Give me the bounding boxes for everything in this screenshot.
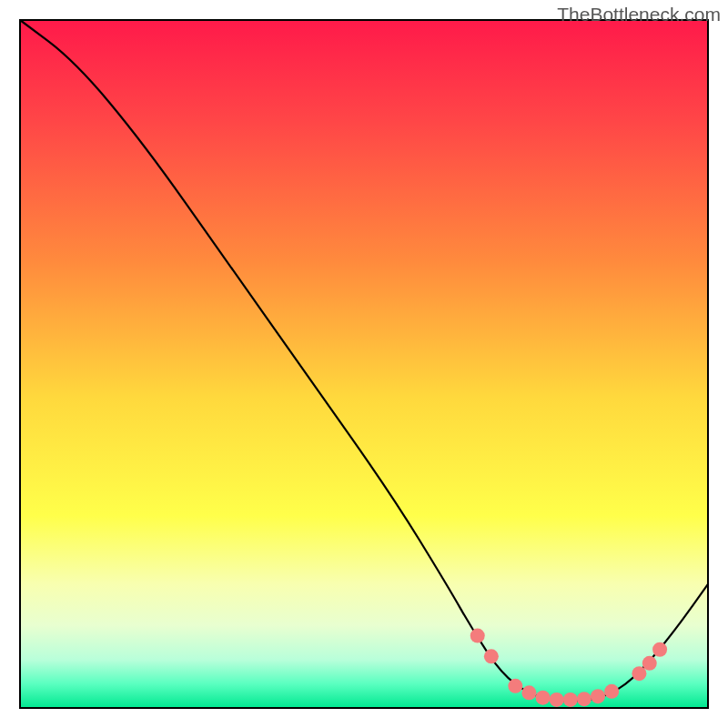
data-marker bbox=[591, 689, 605, 703]
data-marker bbox=[550, 693, 564, 707]
data-marker bbox=[484, 649, 499, 663]
data-marker bbox=[508, 679, 522, 693]
data-marker bbox=[470, 629, 485, 643]
data-marker bbox=[563, 693, 578, 707]
data-marker bbox=[577, 692, 592, 706]
svg-rect-1 bbox=[20, 20, 708, 708]
data-marker bbox=[536, 691, 551, 705]
data-marker bbox=[521, 685, 536, 700]
bottleneck-chart bbox=[0, 0, 728, 728]
data-marker bbox=[604, 684, 619, 699]
watermark-text: TheBottleneck.com bbox=[557, 4, 721, 25]
chart-container: TheBottleneck.com bbox=[0, 0, 728, 728]
data-marker bbox=[632, 666, 646, 681]
data-marker bbox=[642, 656, 657, 671]
data-marker bbox=[652, 642, 667, 657]
